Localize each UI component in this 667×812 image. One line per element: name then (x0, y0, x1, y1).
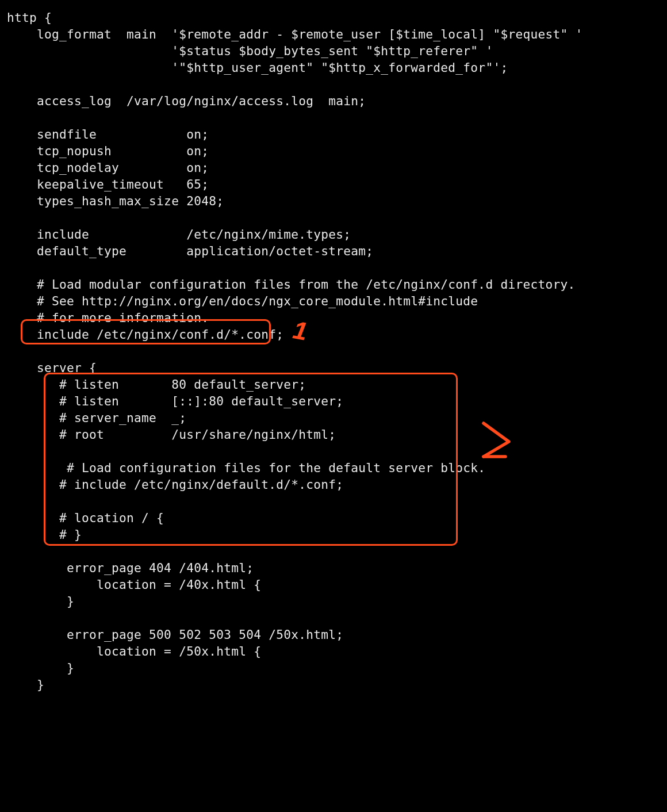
code-editor-view: http { log_format main '$remote_addr - $… (0, 0, 667, 812)
nginx-config-code: http { log_format main '$remote_addr - $… (0, 0, 589, 693)
